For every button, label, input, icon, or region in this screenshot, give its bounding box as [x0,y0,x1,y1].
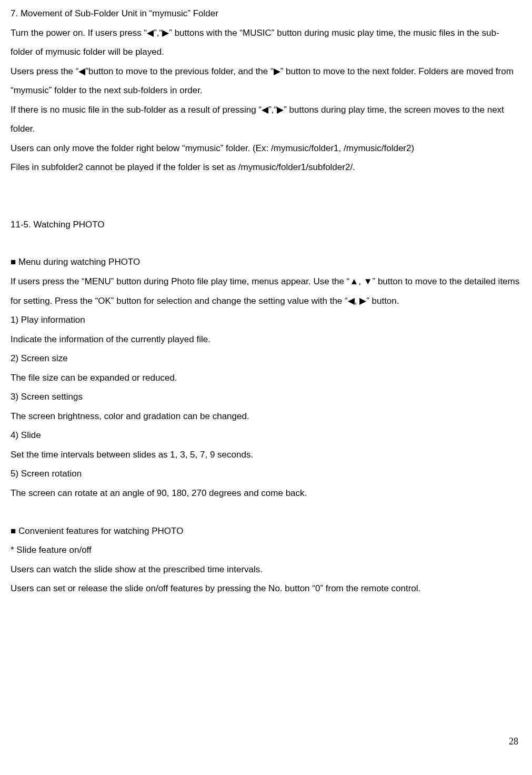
page-number: 28 [509,731,518,752]
menu-photo-heading: ■ Menu during watching PHOTO [11,253,521,272]
section-7-paragraph-4: Users can only move the folder right bel… [11,139,521,158]
menu-item-5-title: 5) Screen rotation [11,464,521,484]
menu-item-2-desc: The file size can be expanded or reduced… [11,369,521,388]
menu-item-5-desc: The screen can rotate at an angle of 90,… [11,484,521,503]
section-7-paragraph-1: Turn the power on. If users press “◀”,“▶… [11,24,521,62]
menu-item-4-title: 4) Slide [11,426,521,445]
slide-feature-title: * Slide feature on/off [11,541,521,560]
section-11-5-title: 11-5. Watching PHOTO [11,215,521,235]
section-7-paragraph-5: Files in subfolder2 cannot be played if … [11,158,521,177]
menu-item-4-desc: Set the time intervals between slides as… [11,445,521,465]
menu-item-3-desc: The screen brightness, color and gradati… [11,407,521,426]
menu-item-1-title: 1) Play information [11,311,521,330]
menu-photo-intro: If users press the “MENU” button during … [11,272,521,311]
slide-feature-p1: Users can watch the slide show at the pr… [11,560,521,580]
slide-feature-p2: Users can set or release the slide on/of… [11,579,521,599]
menu-item-2-title: 2) Screen size [11,349,521,369]
section-7-title: 7. Movement of Sub-Folder Unit in “mymus… [11,4,521,24]
section-7-paragraph-2: Users press the “◀”button to move to the… [11,62,521,101]
menu-item-3-title: 3) Screen settings [11,388,521,407]
section-7-paragraph-3: If there is no music file in the sub-fol… [11,101,521,139]
menu-item-1-desc: Indicate the information of the currentl… [11,330,521,350]
convenient-heading: ■ Convenient features for watching PHOTO [11,522,521,541]
document-page: 7. Movement of Sub-Folder Unit in “mymus… [11,4,521,752]
